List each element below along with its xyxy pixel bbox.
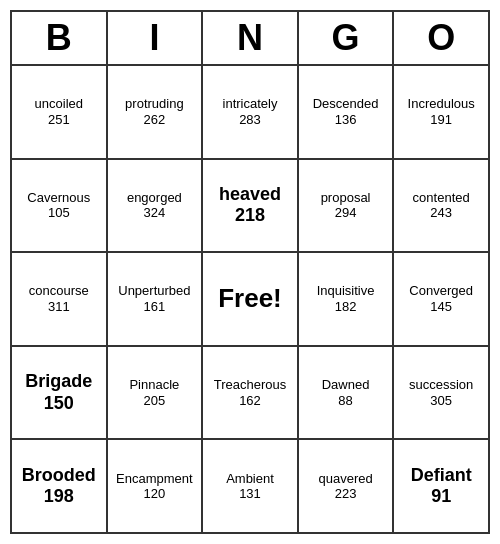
bingo-cell-4-4: Defiant91 <box>394 440 488 532</box>
header-letter-b: B <box>12 12 108 64</box>
cell-word: Pinnacle <box>129 377 179 393</box>
cell-word: engorged <box>127 190 182 206</box>
bingo-row-1: Cavernous105engorged324heaved218proposal… <box>12 160 488 254</box>
cell-number: 136 <box>335 112 357 128</box>
cell-number: 162 <box>239 393 261 409</box>
bingo-cell-0-3: Descended136 <box>299 66 395 158</box>
cell-number: 294 <box>335 205 357 221</box>
bingo-cell-3-0: Brigade150 <box>12 347 108 439</box>
cell-number: 218 <box>235 205 265 227</box>
bingo-cell-2-3: Inquisitive182 <box>299 253 395 345</box>
bingo-cell-1-2: heaved218 <box>203 160 299 252</box>
bingo-cell-1-3: proposal294 <box>299 160 395 252</box>
bingo-cell-3-2: Treacherous162 <box>203 347 299 439</box>
bingo-header: BINGO <box>12 12 488 66</box>
cell-word: Encampment <box>116 471 193 487</box>
bingo-cell-0-1: protruding262 <box>108 66 204 158</box>
cell-number: 191 <box>430 112 452 128</box>
bingo-row-4: Brooded198Encampment120Ambient131quavere… <box>12 440 488 532</box>
cell-number: 150 <box>44 393 74 415</box>
cell-number: 88 <box>338 393 352 409</box>
cell-number: 105 <box>48 205 70 221</box>
bingo-cell-3-3: Dawned88 <box>299 347 395 439</box>
bingo-cell-3-1: Pinnacle205 <box>108 347 204 439</box>
cell-word: Ambient <box>226 471 274 487</box>
bingo-cell-2-2: Free! <box>203 253 299 345</box>
cell-word: Dawned <box>322 377 370 393</box>
free-space: Free! <box>218 283 282 314</box>
header-letter-o: O <box>394 12 488 64</box>
cell-number: 131 <box>239 486 261 502</box>
cell-word: proposal <box>321 190 371 206</box>
bingo-grid: uncoiled251protruding262intricately283De… <box>12 66 488 532</box>
bingo-row-3: Brigade150Pinnacle205Treacherous162Dawne… <box>12 347 488 441</box>
cell-number: 324 <box>144 205 166 221</box>
cell-word: succession <box>409 377 473 393</box>
cell-number: 205 <box>144 393 166 409</box>
header-letter-n: N <box>203 12 299 64</box>
cell-word: Cavernous <box>27 190 90 206</box>
bingo-cell-4-3: quavered223 <box>299 440 395 532</box>
cell-word: Defiant <box>411 465 472 487</box>
cell-number: 198 <box>44 486 74 508</box>
cell-number: 262 <box>144 112 166 128</box>
bingo-row-2: concourse311Unperturbed161Free!Inquisiti… <box>12 253 488 347</box>
bingo-cell-3-4: succession305 <box>394 347 488 439</box>
cell-word: heaved <box>219 184 281 206</box>
bingo-row-0: uncoiled251protruding262intricately283De… <box>12 66 488 160</box>
bingo-cell-1-1: engorged324 <box>108 160 204 252</box>
bingo-cell-4-2: Ambient131 <box>203 440 299 532</box>
bingo-cell-2-4: Converged145 <box>394 253 488 345</box>
bingo-cell-0-2: intricately283 <box>203 66 299 158</box>
cell-word: Unperturbed <box>118 283 190 299</box>
cell-word: Descended <box>313 96 379 112</box>
cell-word: contented <box>413 190 470 206</box>
cell-word: Inquisitive <box>317 283 375 299</box>
cell-number: 145 <box>430 299 452 315</box>
cell-word: Treacherous <box>214 377 287 393</box>
cell-number: 120 <box>144 486 166 502</box>
bingo-cell-4-0: Brooded198 <box>12 440 108 532</box>
cell-number: 311 <box>48 299 70 315</box>
cell-word: Brigade <box>25 371 92 393</box>
cell-number: 182 <box>335 299 357 315</box>
bingo-cell-0-0: uncoiled251 <box>12 66 108 158</box>
cell-number: 161 <box>144 299 166 315</box>
cell-word: Incredulous <box>408 96 475 112</box>
cell-number: 251 <box>48 112 70 128</box>
bingo-card: BINGO uncoiled251protruding262intricatel… <box>10 10 490 534</box>
bingo-cell-0-4: Incredulous191 <box>394 66 488 158</box>
bingo-cell-4-1: Encampment120 <box>108 440 204 532</box>
bingo-cell-1-0: Cavernous105 <box>12 160 108 252</box>
bingo-cell-1-4: contented243 <box>394 160 488 252</box>
cell-word: concourse <box>29 283 89 299</box>
cell-word: uncoiled <box>35 96 83 112</box>
cell-word: Converged <box>409 283 473 299</box>
cell-number: 305 <box>430 393 452 409</box>
bingo-cell-2-0: concourse311 <box>12 253 108 345</box>
cell-number: 91 <box>431 486 451 508</box>
cell-word: intricately <box>223 96 278 112</box>
cell-word: Brooded <box>22 465 96 487</box>
cell-word: protruding <box>125 96 184 112</box>
cell-number: 223 <box>335 486 357 502</box>
header-letter-g: G <box>299 12 395 64</box>
cell-number: 243 <box>430 205 452 221</box>
header-letter-i: I <box>108 12 204 64</box>
bingo-cell-2-1: Unperturbed161 <box>108 253 204 345</box>
cell-number: 283 <box>239 112 261 128</box>
cell-word: quavered <box>318 471 372 487</box>
